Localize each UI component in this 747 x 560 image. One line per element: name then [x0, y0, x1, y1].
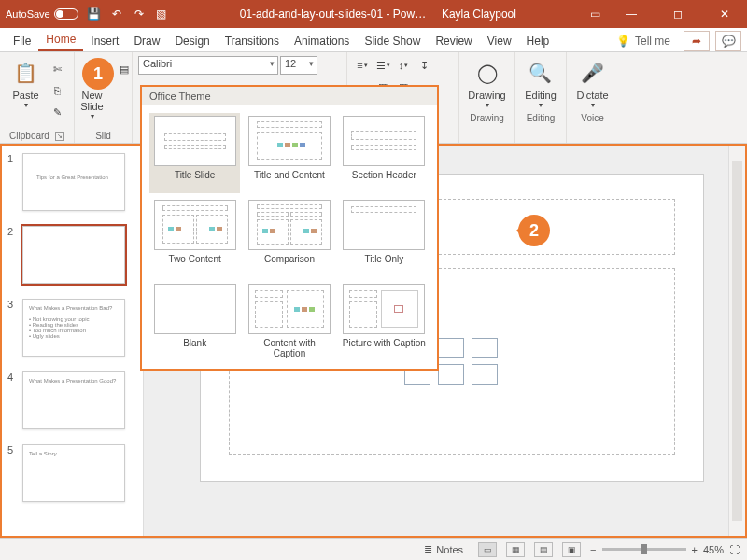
layout-title-only[interactable]: Title Only	[339, 197, 430, 277]
tab-insert[interactable]: Insert	[83, 31, 126, 51]
slides-group-label: Slid	[95, 131, 111, 141]
insert-chart-icon[interactable]	[438, 338, 464, 358]
voice-group-label: Voice	[581, 113, 603, 123]
save-icon[interactable]: 💾	[88, 7, 101, 21]
thumbnail-slide-3[interactable]: What Makes a Presentation Bad?• Not know…	[22, 299, 125, 357]
zoom-slider[interactable]	[602, 548, 686, 551]
shapes-icon: ◯	[472, 58, 502, 88]
layout-content-with-caption[interactable]: Content with Caption	[244, 281, 334, 361]
tab-draw[interactable]: Draw	[126, 31, 167, 51]
zoom-out-button[interactable]: −	[590, 544, 596, 555]
thumbnail-slide-4[interactable]: What Makes a Presentation Good?	[22, 371, 125, 429]
clipboard-group-label: Clipboard	[9, 131, 49, 141]
undo-icon[interactable]: ↶	[110, 7, 123, 21]
drawing-group-label: Drawing	[470, 113, 504, 123]
thumbnail-slide-2[interactable]	[22, 226, 125, 284]
find-icon: 🔍	[526, 58, 556, 88]
layout-picture-with-caption[interactable]: Picture with Caption	[339, 281, 430, 361]
text-direction-icon[interactable]: ↧	[415, 56, 433, 75]
close-button[interactable]: ✕	[708, 0, 741, 28]
notes-icon: ≣	[424, 543, 432, 555]
layout-gallery: Office Theme Title Slide Title and Conte…	[140, 85, 439, 371]
microphone-icon: 🎤	[578, 58, 608, 88]
layout-title-and-content[interactable]: Title and Content	[244, 113, 334, 193]
layout-comparison[interactable]: Comparison	[244, 197, 334, 277]
insert-smartart-icon[interactable]	[472, 338, 498, 358]
reading-view-button[interactable]: ▤	[534, 542, 553, 557]
autosave-toggle[interactable]: AutoSave	[6, 8, 78, 20]
document-title: 01-add-and-lay-out-slides-01 - Pow…	[240, 7, 426, 21]
thumb-number: 1	[7, 153, 17, 211]
editing-group-label: Editing	[527, 113, 556, 123]
editing-button[interactable]: 🔍 Editing ▾	[521, 56, 560, 111]
lightbulb-icon: 💡	[616, 35, 630, 48]
tab-slideshow[interactable]: Slide Show	[357, 31, 428, 51]
slide-sorter-view-button[interactable]: ▦	[506, 542, 525, 557]
notes-button[interactable]: ≣Notes	[424, 543, 463, 555]
gallery-header: Office Theme	[142, 87, 437, 105]
maximize-button[interactable]: ◻	[661, 0, 695, 28]
thumb-number: 2	[7, 226, 17, 284]
vertical-scrollbar[interactable]	[728, 146, 745, 536]
tab-review[interactable]: Review	[428, 31, 479, 51]
callout-badge-2: 2	[518, 215, 550, 246]
layout-blank[interactable]: Blank	[149, 281, 240, 361]
clipboard-icon: 📋	[11, 58, 41, 88]
cut-icon[interactable]: ✄	[49, 60, 67, 78]
ribbon-options-icon[interactable]: ▭	[588, 7, 601, 21]
autosave-label: AutoSave	[6, 8, 50, 20]
zoom-in-button[interactable]: +	[692, 544, 698, 555]
fit-to-window-button[interactable]: ⛶	[729, 544, 740, 555]
comments-button[interactable]: 💬	[715, 31, 741, 51]
layout-section-header[interactable]: Section Header	[339, 113, 430, 193]
launcher-icon[interactable]: ↘	[55, 132, 64, 141]
thumb-number: 3	[7, 299, 17, 357]
slide-thumbnail-pane[interactable]: 1 Tips for a Great Presentation 2 3 What…	[2, 146, 144, 536]
tab-file[interactable]: File	[6, 31, 38, 51]
tell-me-search[interactable]: 💡 Tell me	[609, 31, 678, 51]
copy-icon[interactable]: ⎘	[49, 81, 67, 100]
numbering-icon[interactable]: ☰	[374, 56, 392, 75]
tab-view[interactable]: View	[480, 31, 519, 51]
minimize-button[interactable]: —	[614, 0, 648, 28]
thumbnail-slide-1[interactable]: Tips for a Great Presentation	[22, 153, 125, 211]
font-family-select[interactable]: Calibri	[138, 56, 278, 75]
zoom-level[interactable]: 45%	[703, 544, 724, 555]
ribbon-tabs: File Home Insert Draw Design Transitions…	[0, 28, 747, 52]
tab-design[interactable]: Design	[167, 31, 217, 51]
toggle-off-icon	[54, 8, 78, 20]
drawing-button[interactable]: ◯ Drawing ▾	[464, 56, 509, 111]
line-spacing-icon[interactable]: ↕	[394, 56, 413, 75]
bullets-icon[interactable]: ≡	[353, 56, 372, 75]
status-bar: ≣Notes ▭ ▦ ▤ ▣ − + 45% ⛶	[0, 538, 747, 560]
tab-help[interactable]: Help	[519, 31, 557, 51]
thumb-number: 5	[7, 444, 17, 502]
insert-video-icon[interactable]	[472, 364, 498, 385]
tell-me-label: Tell me	[635, 35, 670, 48]
layout-icon[interactable]: ▤	[115, 60, 134, 78]
layout-two-content[interactable]: Two Content	[149, 197, 240, 277]
thumb-number: 4	[7, 371, 17, 429]
title-bar: AutoSave 💾 ↶ ↷ ▧ 01-add-and-lay-out-slid…	[0, 0, 747, 28]
redo-icon[interactable]: ↷	[133, 7, 146, 21]
font-size-select[interactable]: 12	[280, 56, 317, 75]
dictate-button[interactable]: 🎤 Dictate ▾	[572, 56, 612, 111]
tab-transitions[interactable]: Transitions	[218, 31, 287, 51]
user-name: Kayla Claypool	[442, 7, 516, 21]
callout-badge-1: 1	[82, 58, 114, 90]
tab-animations[interactable]: Animations	[287, 31, 357, 51]
paste-button[interactable]: 📋 Paste ▾	[7, 56, 45, 111]
tab-home[interactable]: Home	[38, 29, 83, 51]
normal-view-button[interactable]: ▭	[478, 542, 497, 557]
thumbnail-slide-5[interactable]: Tell a Story	[22, 444, 125, 502]
layout-title-slide[interactable]: Title Slide	[149, 113, 240, 193]
format-painter-icon[interactable]: ✎	[49, 103, 67, 121]
start-slideshow-icon[interactable]: ▧	[155, 7, 168, 21]
share-button[interactable]: ➦	[684, 31, 710, 51]
insert-online-picture-icon[interactable]	[438, 364, 464, 385]
slideshow-view-button[interactable]: ▣	[562, 542, 581, 557]
